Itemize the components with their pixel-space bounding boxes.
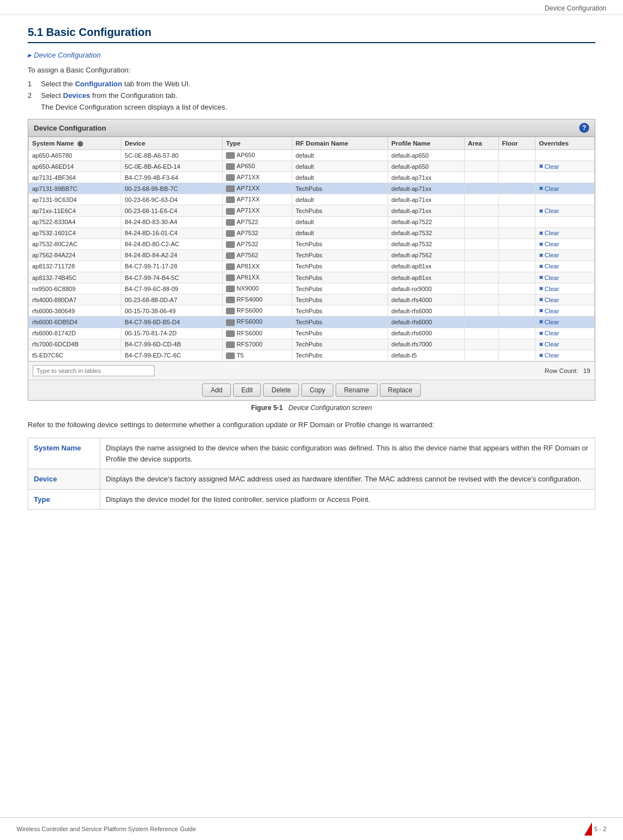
table-row[interactable]: t5-ED7C6C B4-C7-99-ED-7C-6C T5 TechPubs … [29,350,595,361]
breadcrumb[interactable]: Device Configuration [28,51,595,59]
table-row[interactable]: ap7532-1601C4 84-24-8D-16-01-C4 AP7532 d… [29,227,595,238]
table-row[interactable]: ap7131-4BF364 B4-C7-99-4B-F3-64 AP71XX d… [29,172,595,183]
cell-rf-domain: TechPubs [292,350,388,361]
add-button[interactable]: Add [202,383,230,397]
cell-profile: default-ap7532 [388,227,464,238]
table-row[interactable]: rfs7000-6DCD4B B4-C7-99-6D-CD-4B RFS7000… [29,339,595,350]
edit-button[interactable]: Edit [233,383,261,397]
cell-rf-domain: TechPubs [292,339,388,350]
figure-caption-text: Device Configuration screen [289,404,372,412]
table-row[interactable]: ap7131-9C63D4 00-23-68-9C-63-D4 AP71XX d… [29,194,595,205]
table-row[interactable]: ap71xx-11E6C4 00-23-68-11-E6-C4 AP71XX T… [29,205,595,216]
cell-overrides[interactable]: Clear [536,261,595,272]
clear-link[interactable]: Clear [539,330,591,336]
cell-type: AP7562 [223,250,292,261]
search-input[interactable] [33,365,155,376]
table-row[interactable]: ap650-A65780 5C-0E-8B-A6-57-80 AP650 def… [29,150,595,161]
help-icon[interactable]: ? [579,123,589,133]
table-row[interactable]: rfs6000-380649 00-15-70-38-06-49 RFS6000… [29,305,595,317]
table-row[interactable]: nx9500-6C8809 B4-C7-99-6C-88-09 NX9000 T… [29,283,595,294]
clear-link[interactable]: Clear [539,308,591,314]
cell-device: 00-23-68-11-E6-C4 [121,205,223,216]
cell-overrides[interactable]: Clear [536,205,595,216]
table-row[interactable]: ap650-A6ED14 5C-0E-8B-A6-ED-14 AP650 def… [29,161,595,172]
cell-floor [498,272,536,283]
cell-overrides[interactable]: Clear [536,339,595,350]
cell-profile: default-nx9000 [388,283,464,294]
cell-overrides [536,216,595,227]
col-rf-domain[interactable]: RF Domain Name [292,137,388,150]
col-system-name[interactable]: System Name [29,137,121,150]
cell-type: NX9000 [223,283,292,294]
table-row[interactable]: ap8132-711728 B4-C7-99-71-17-28 AP81XX T… [29,261,595,272]
rename-button[interactable]: Rename [336,383,377,397]
copy-button[interactable]: Copy [301,383,333,397]
cell-profile: default-rfs6000 [388,328,464,339]
clear-link[interactable]: Clear [539,163,591,170]
clear-link[interactable]: Clear [539,286,591,292]
col-type[interactable]: Type [223,137,292,150]
col-overrides[interactable]: Overrides [536,137,595,150]
clear-link[interactable]: Clear [539,319,591,325]
cell-type: RFS4000 [223,294,292,305]
cell-device: 5C-0E-8B-A6-ED-14 [121,161,223,172]
table-row[interactable]: rfs6000-6DB5D4 B4-C7-99-6D-B5-D4 RFS6000… [29,317,595,328]
cell-floor [498,183,536,194]
clear-link[interactable]: Clear [539,297,591,303]
cell-system-name: ap8132-711728 [29,261,121,272]
header-title: Device Configuration [545,4,606,12]
cell-overrides[interactable]: Clear [536,161,595,172]
col-floor[interactable]: Floor [498,137,536,150]
col-device[interactable]: Device [121,137,223,150]
cell-floor [498,172,536,183]
settings-table: System Name Displays the name assigned t… [28,438,595,510]
table-row[interactable]: rfs4000-880DA7 00-23-68-88-0D-A7 RFS4000… [29,294,595,305]
cell-overrides[interactable]: Clear [536,305,595,317]
clear-link[interactable]: Clear [539,185,591,192]
cell-type: AP71XX [223,194,292,205]
cell-overrides[interactable]: Clear [536,227,595,238]
step-2-num: 2 [28,91,37,100]
table-row[interactable]: ap7522-8330A4 84-24-8D-83-30-A4 AP7522 d… [29,216,595,227]
replace-button[interactable]: Replace [380,383,421,397]
page-footer: Wireless Controller and Service Platform… [0,817,623,840]
cell-overrides[interactable]: Clear [536,317,595,328]
delete-button[interactable]: Delete [263,383,299,397]
footer-page: 5 - 2 [594,826,606,832]
cell-system-name: ap7131-4BF364 [29,172,121,183]
clear-link[interactable]: Clear [539,263,591,269]
clear-link[interactable]: Clear [539,252,591,258]
clear-link[interactable]: Clear [539,241,591,247]
settings-row: System Name Displays the name assigned t… [28,438,595,469]
col-profile[interactable]: Profile Name [388,137,464,150]
cell-overrides[interactable]: Clear [536,283,595,294]
cell-profile: default-ap650 [388,161,464,172]
table-row[interactable]: ap8132-74B45C B4-C7-99-74-B4-5C AP81XX T… [29,272,595,283]
table-row[interactable]: ap7562-84A224 84-24-8D-84-A2-24 AP7562 T… [29,250,595,261]
cell-overrides[interactable]: Clear [536,350,595,361]
clear-link[interactable]: Clear [539,230,591,236]
clear-link[interactable]: Clear [539,274,591,281]
cell-overrides [536,194,595,205]
clear-link[interactable]: Clear [539,352,591,359]
cell-overrides[interactable]: Clear [536,238,595,250]
table-row[interactable]: rfs6000-81742D 00-15-70-81-74-2D RFS6000… [29,328,595,339]
col-area[interactable]: Area [464,137,498,150]
cell-profile: default-rfs6000 [388,305,464,317]
clear-link[interactable]: Clear [539,341,591,348]
cell-rf-domain: default [292,227,388,238]
cell-area [464,205,498,216]
cell-overrides[interactable]: Clear [536,272,595,283]
table-row[interactable]: ap7532-80C2AC 84-24-8D-80-C2-AC AP7532 T… [29,238,595,250]
cell-type: AP7532 [223,227,292,238]
table-row[interactable]: ap7131-99BB7C 00-23-68-99-BB-7C AP71XX T… [29,183,595,194]
sort-icon [78,141,83,147]
cell-area [464,183,498,194]
cell-overrides[interactable]: Clear [536,328,595,339]
cell-overrides[interactable]: Clear [536,294,595,305]
cell-overrides[interactable]: Clear [536,183,595,194]
cell-overrides[interactable]: Clear [536,250,595,261]
cell-system-name: ap7131-9C63D4 [29,194,121,205]
clear-link[interactable]: Clear [539,208,591,214]
cell-floor [498,161,536,172]
